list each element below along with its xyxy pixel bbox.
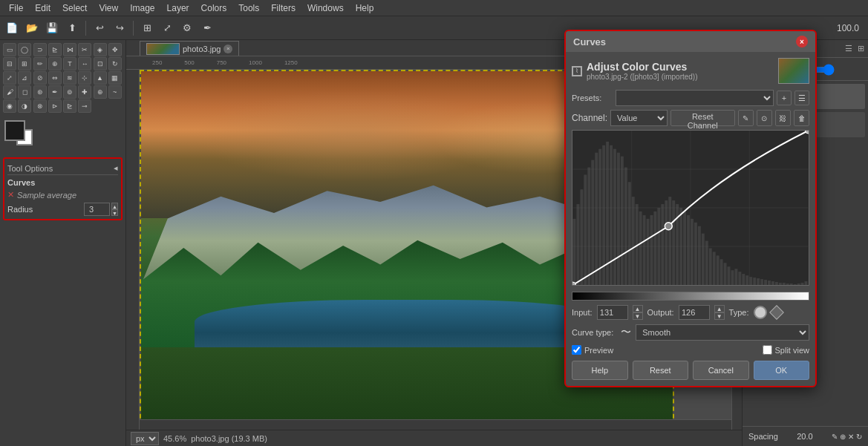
output-up-arrow[interactable]: ▲ (714, 305, 725, 312)
panel-view-icon[interactable]: ⊞ (856, 42, 866, 55)
gradient-tool[interactable]: ▦ (108, 71, 122, 85)
output-value[interactable] (679, 305, 710, 320)
menu-help[interactable]: Help (350, 1, 380, 15)
type-diamond-btn[interactable] (769, 305, 784, 320)
path-tool[interactable]: ⊳ (48, 99, 62, 113)
ok-btn[interactable]: OK (754, 361, 810, 380)
open-btn[interactable]: 📂 (23, 19, 41, 37)
cancel-btn[interactable]: Cancel (693, 361, 749, 380)
spacing-icon-3[interactable]: ✕ (848, 433, 854, 441)
clone-tool[interactable]: ⊕ (94, 85, 107, 99)
eyedrop-tool[interactable]: ⊵ (63, 99, 76, 113)
menu-windows[interactable]: Windows (301, 1, 350, 15)
spacing-icon-1[interactable]: ✎ (832, 433, 838, 441)
shear-tool[interactable]: ⊿ (18, 71, 31, 85)
menu-file[interactable]: File (3, 1, 29, 15)
panel-config-icon[interactable]: ☰ (843, 42, 854, 55)
align-tool[interactable]: ⊟ (3, 57, 16, 70)
output-down-arrow[interactable]: ▼ (714, 312, 725, 320)
menu-select[interactable]: Select (56, 1, 93, 15)
canvas-tab[interactable]: photo3.jpg × (140, 41, 239, 56)
horizontal-scrollbar[interactable] (140, 419, 731, 430)
tool-options-collapse[interactable]: ◂ (114, 163, 118, 173)
select-by-color-tool[interactable]: ⋈ (63, 43, 76, 56)
channel-edit-btn[interactable]: ✎ (738, 110, 754, 126)
presets-combo[interactable] (616, 90, 774, 106)
bucket-tool[interactable]: ▲ (94, 71, 107, 85)
blur-tool[interactable]: ◉ (3, 99, 16, 113)
channel-delete-btn[interactable]: 🗑 (794, 110, 809, 126)
mypattern-tool[interactable]: ⊚ (63, 85, 76, 99)
ellipse-select-tool[interactable]: ◯ (18, 43, 31, 56)
flip-tool[interactable]: ⇔ (48, 71, 62, 85)
menu-tools[interactable]: Tools (232, 1, 265, 15)
warp-tool[interactable]: ≋ (63, 71, 76, 85)
spacing-icon-4[interactable]: ↻ (856, 433, 862, 441)
eraser-tool[interactable]: ◻ (18, 85, 31, 99)
curves-graph[interactable] (572, 130, 809, 286)
foreground-select-tool[interactable]: ◈ (94, 43, 107, 56)
rect-select-tool[interactable]: ▭ (3, 43, 16, 56)
new-image-btn[interactable]: 📄 (3, 19, 21, 37)
save-btn[interactable]: 💾 (43, 19, 61, 37)
channel-select[interactable]: Value (610, 110, 668, 126)
undo-btn[interactable]: ↩ (91, 19, 108, 37)
scale-tool[interactable]: ⤢ (3, 71, 16, 85)
input-down-arrow[interactable]: ▼ (633, 312, 643, 320)
menu-layer[interactable]: Layer (161, 1, 195, 15)
type-circle-btn[interactable] (754, 306, 767, 319)
airbrush-tool[interactable]: ⊛ (33, 85, 47, 99)
free-select-tool[interactable]: ⊃ (33, 43, 47, 56)
menu-filters[interactable]: Filters (265, 1, 301, 15)
unit-select[interactable]: px (131, 432, 159, 445)
menu-view[interactable]: View (93, 1, 124, 15)
heal-tool[interactable]: ✚ (78, 85, 91, 99)
rotate-tool[interactable]: ↻ (108, 57, 122, 70)
view-btn[interactable]: ⊞ (138, 19, 156, 37)
radius-down-arrow[interactable]: ▼ (111, 209, 118, 216)
menu-colors[interactable]: Colors (195, 1, 233, 15)
menu-edit[interactable]: Edit (29, 1, 56, 15)
input-up-arrow[interactable]: ▲ (633, 305, 643, 312)
pen-btn[interactable]: ✒ (198, 19, 216, 37)
help-btn[interactable]: Help (572, 361, 628, 380)
measure-tool[interactable]: ↔ (78, 57, 91, 70)
split-view-checkbox[interactable] (763, 345, 772, 355)
reset-btn[interactable]: Reset (633, 361, 689, 380)
config-btn[interactable]: ⚙ (178, 19, 196, 37)
text-tool[interactable]: T (63, 57, 76, 70)
reset-channel-btn[interactable]: Reset Channel (670, 110, 735, 126)
dodge-tool[interactable]: ◑ (18, 99, 31, 113)
radius-up-arrow[interactable]: ▲ (111, 203, 118, 209)
smudge-tool[interactable]: ~ (108, 85, 122, 99)
desat-tool[interactable]: ⊗ (33, 99, 47, 113)
ink-tool[interactable]: ✒ (48, 85, 62, 99)
presets-add-btn[interactable]: + (777, 91, 792, 105)
move-tool[interactable]: ✥ (108, 43, 122, 56)
foreground-color[interactable] (4, 120, 25, 141)
zoom-tool[interactable]: ⊕ (48, 57, 62, 70)
fullscreen-btn[interactable]: ⤢ (158, 19, 176, 37)
color-pick-tool[interactable]: ⊸ (78, 99, 91, 113)
radius-input[interactable] (84, 203, 110, 216)
transform-tool[interactable]: ⊞ (18, 57, 31, 70)
spacing-icon-2[interactable]: ⊕ (840, 433, 846, 441)
curve-type-select[interactable]: Smooth (636, 324, 809, 341)
tab-close-btn[interactable]: × (223, 45, 232, 53)
export-btn[interactable]: ⬆ (63, 19, 81, 37)
redo-btn[interactable]: ↪ (111, 19, 128, 37)
channel-chain-btn[interactable]: ⛓ (775, 110, 791, 126)
perspective-tool[interactable]: ⊘ (33, 71, 47, 85)
crop-tool[interactable]: ⊡ (94, 57, 107, 70)
menu-image[interactable]: Image (124, 1, 160, 15)
curves-close-btn[interactable]: × (796, 36, 808, 47)
preview-checkbox[interactable] (572, 345, 581, 355)
presets-menu-btn[interactable]: ☰ (794, 91, 809, 105)
pencil-tool[interactable]: ✏ (33, 57, 47, 70)
cage-tool[interactable]: ⊹ (78, 71, 91, 85)
paintbrush-tool[interactable]: 🖌 (3, 85, 16, 99)
fuzzy-select-tool[interactable]: ⊵ (48, 43, 62, 56)
scissors-tool[interactable]: ✂ (78, 43, 91, 56)
channel-view-btn[interactable]: ⊙ (757, 110, 772, 126)
input-value[interactable] (597, 305, 628, 320)
